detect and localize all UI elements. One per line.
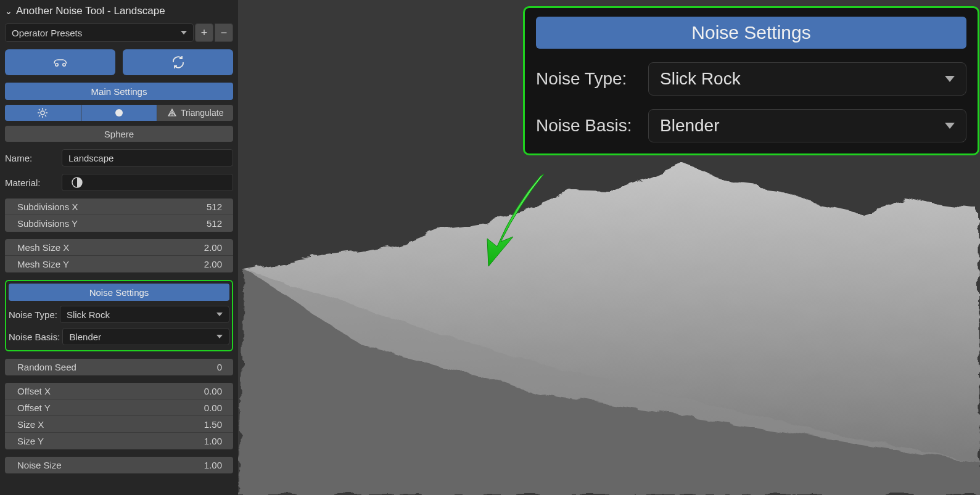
offset-y-label: Offset Y [17,403,51,413]
callout-basis-value: Blender [660,116,720,136]
vehicle-button[interactable] [5,49,115,75]
size-x-field[interactable]: Size X 1.50 [5,416,233,433]
callout-type-label: Noise Type: [536,69,641,89]
material-label: Material: [5,178,56,188]
viewport-3d[interactable]: Noise Settings Noise Type: Slick Rock No… [238,0,980,495]
triangulate-icon [167,108,177,118]
subdiv-y-label: Subdivisions Y [17,218,78,229]
name-label: Name: [5,153,56,163]
subdiv-x-label: Subdivisions X [17,202,78,212]
refresh-icon [171,55,186,70]
annotation-arrow [476,168,562,279]
chevron-down-icon [945,76,955,82]
preset-add-button[interactable]: + [195,23,213,42]
circle-icon [114,108,124,118]
offset-y-value: 0.00 [204,403,222,413]
size-x-value: 1.50 [204,419,222,430]
sphere-button[interactable]: Sphere [5,126,233,142]
main-settings-header: Main Settings [5,83,233,100]
triangulate-toggle[interactable]: Triangulate [157,105,233,121]
noise-size-label: Noise Size [17,460,62,470]
mode-toggle-1[interactable] [5,105,81,121]
offset-x-label: Offset X [17,386,51,396]
subdivisions-y-field[interactable]: Subdivisions Y 512 [5,215,233,232]
size-y-value: 1.00 [204,436,222,446]
material-icon [68,174,86,191]
chevron-down-icon [945,123,955,129]
size-x-label: Size X [17,419,44,430]
callout-type-value: Slick Rock [660,69,741,89]
chevron-down-icon: ⌄ [5,6,12,16]
car-icon [52,56,69,68]
offset-x-field[interactable]: Offset X 0.00 [5,383,233,399]
chevron-down-icon [216,313,223,316]
offset-x-value: 0.00 [204,386,222,396]
subdiv-x-value: 512 [207,202,222,212]
callout-header: Noise Settings [536,17,966,49]
noise-settings-highlight: Noise Settings Noise Type: Slick Rock No… [5,280,233,351]
svg-point-0 [55,63,57,66]
material-input[interactable] [62,174,233,191]
svg-point-3 [115,109,123,117]
noise-size-value: 1.00 [204,460,222,470]
mesh-x-label: Mesh Size X [17,242,69,253]
chevron-down-icon [181,31,187,35]
mesh-x-value: 2.00 [204,242,222,253]
operator-presets-select[interactable]: Operator Presets [5,23,194,42]
mesh-size-y-field[interactable]: Mesh Size Y 2.00 [5,256,233,272]
noise-size-field[interactable]: Noise Size 1.00 [5,457,233,473]
panel-header[interactable]: ⌄ Another Noise Tool - Landscape [5,5,233,20]
callout-basis-label: Noise Basis: [536,116,641,136]
size-y-label: Size Y [17,436,44,446]
chevron-down-icon [216,335,223,338]
noise-type-value: Slick Rock [67,309,110,320]
refresh-button[interactable] [123,49,233,75]
triangulate-label: Triangulate [181,108,224,118]
preset-remove-button[interactable]: − [215,23,233,42]
sidebar-panel: ⌄ Another Noise Tool - Landscape Operato… [0,0,238,495]
svg-point-2 [41,111,44,115]
size-y-field[interactable]: Size Y 1.00 [5,433,233,449]
subdivisions-x-field[interactable]: Subdivisions X 512 [5,198,233,215]
seed-value: 0 [217,362,222,372]
random-seed-field[interactable]: Random Seed 0 [5,359,233,375]
noise-basis-value: Blender [69,332,101,342]
mesh-y-value: 2.00 [204,259,222,269]
noise-type-label: Noise Type: [9,309,57,320]
mode-toggle-2[interactable] [81,105,158,121]
light-icon [37,107,48,118]
panel-title: Another Noise Tool - Landscape [16,5,165,17]
name-input[interactable]: Landscape [62,149,233,166]
noise-settings-callout: Noise Settings Noise Type: Slick Rock No… [523,6,979,155]
noise-basis-label: Noise Basis: [9,332,60,342]
operator-presets-label: Operator Presets [12,28,82,38]
seed-label: Random Seed [17,362,76,372]
mesh-size-x-field[interactable]: Mesh Size X 2.00 [5,239,233,256]
subdiv-y-value: 512 [207,218,222,229]
mesh-y-label: Mesh Size Y [17,259,69,269]
mode-toggle-row: Triangulate [5,105,233,121]
noise-settings-header: Noise Settings [9,284,229,301]
offset-y-field[interactable]: Offset Y 0.00 [5,399,233,416]
noise-type-select[interactable]: Slick Rock [60,306,229,323]
noise-basis-select[interactable]: Blender [62,328,229,345]
svg-point-1 [62,63,65,66]
callout-type-select[interactable]: Slick Rock [648,62,966,96]
callout-basis-select[interactable]: Blender [648,109,966,142]
